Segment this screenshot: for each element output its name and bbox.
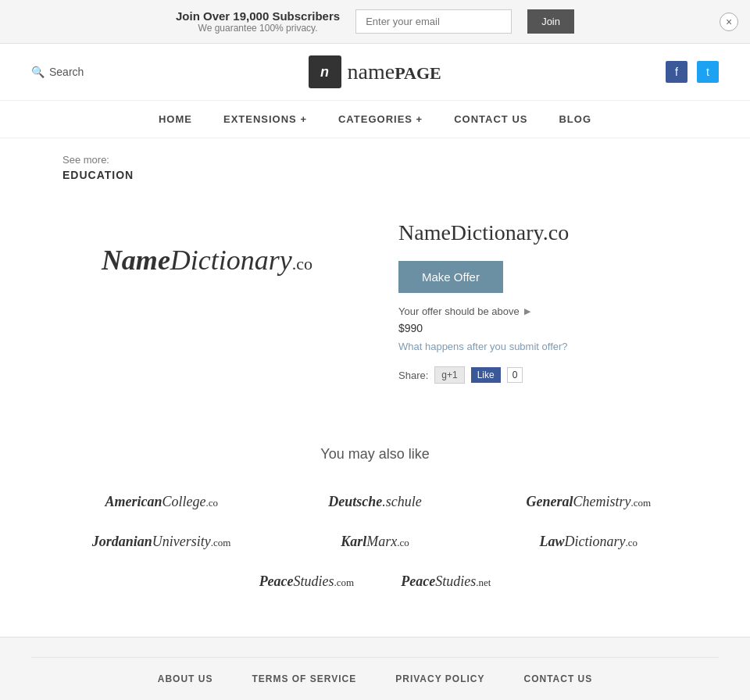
share-label: Share:	[398, 370, 428, 381]
banner-text: Join Over 19,000 Subscribers We guarante…	[176, 9, 340, 34]
similar-item-6[interactable]: PeaceStudies.com	[259, 573, 355, 590]
similar-grid: AmericanCollege.co Deutsche.schule Gener…	[62, 494, 688, 590]
fb-like-label: Like	[477, 370, 495, 380]
search-area[interactable]: 🔍 Search	[31, 66, 84, 78]
logo-page-part: PAGE	[395, 63, 441, 83]
footer-contact[interactable]: CONTACT US	[523, 673, 592, 684]
similar-item-7[interactable]: PeaceStudies.net	[401, 573, 491, 590]
top-banner: Join Over 19,000 Subscribers We guarante…	[0, 0, 750, 44]
footer: ABOUT US TERMS OF SERVICE PRIVACY POLICY…	[0, 637, 750, 700]
similar-light-1: .schule	[382, 494, 421, 509]
similar-light-2: Chemistry	[573, 494, 631, 509]
twitter-icon[interactable]: t	[697, 61, 719, 83]
similar-bold-2: General	[527, 494, 573, 509]
logo-icon-letter: n	[320, 64, 329, 80]
search-label: Search	[49, 66, 84, 78]
similar-item-2[interactable]: GeneralChemistry.com	[490, 494, 688, 510]
google-plus-button[interactable]: g+1	[434, 366, 464, 384]
footer-about[interactable]: ABOUT US	[158, 673, 213, 684]
close-banner-button[interactable]: ×	[720, 12, 738, 31]
similar-item-4[interactable]: KarlMarx.co	[276, 534, 473, 550]
main-content: NameDictionary.co NameDictionary.co Make…	[0, 189, 750, 430]
similar-tld-4: .co	[397, 537, 409, 548]
nav-home[interactable]: HOME	[159, 113, 192, 125]
facebook-icon[interactable]: f	[666, 61, 688, 83]
breadcrumb-category[interactable]: EDUCATION	[62, 169, 688, 181]
offer-arrow-icon: ▶	[524, 306, 530, 316]
nav-contact[interactable]: CONTACT US	[454, 113, 527, 125]
domain-logo-tld: .co	[292, 254, 312, 273]
nav-extensions[interactable]: EXTENSIONS +	[223, 113, 307, 125]
similar-tld-6: .com	[334, 577, 355, 588]
similar-light-6: Studies	[294, 573, 334, 589]
join-button[interactable]: Join	[527, 9, 574, 34]
facebook-like-button[interactable]: Like	[471, 367, 501, 383]
make-offer-button[interactable]: Make Offer	[398, 261, 503, 293]
similar-item-5[interactable]: LawDictionary.co	[490, 534, 688, 550]
banner-main-text: Join Over 19,000 Subscribers	[176, 9, 340, 23]
breadcrumb: See more: EDUCATION	[0, 138, 750, 189]
logo-name-part: name	[348, 59, 395, 84]
similar-tld-3: .com	[211, 537, 231, 548]
share-area: Share: g+1 Like 0	[398, 366, 688, 384]
similar-row-2: PeaceStudies.com PeaceStudies.net	[62, 573, 688, 590]
similar-tld-2: .com	[631, 497, 652, 509]
similar-item-0[interactable]: AmericanCollege.co	[62, 494, 260, 510]
similar-section: You may also like AmericanCollege.co Deu…	[0, 430, 750, 637]
domain-logo-light: Dictionary	[170, 245, 292, 276]
nav-categories[interactable]: CATEGORIES +	[338, 113, 423, 125]
similar-light-3: University	[152, 534, 211, 549]
similar-light-0: College	[162, 494, 205, 509]
similar-light-5: Dictionary	[565, 534, 626, 549]
offer-info: Your offer should be above ▶	[398, 305, 688, 317]
social-icons: f t	[666, 61, 719, 83]
similar-tld-0: .co	[205, 497, 218, 509]
footer-divider	[31, 657, 719, 658]
domain-logo-image: NameDictionary.co	[102, 244, 312, 277]
email-input[interactable]	[355, 9, 512, 34]
similar-tld-5: .co	[626, 537, 638, 548]
offer-info-text: Your offer should be above	[398, 305, 520, 317]
domain-logo-bold: Name	[102, 245, 170, 276]
facebook-count: 0	[507, 367, 523, 383]
footer-links: ABOUT US TERMS OF SERVICE PRIVACY POLICY…	[31, 673, 719, 684]
footer-terms[interactable]: TERMS OF SERVICE	[252, 673, 356, 684]
similar-bold-4: Karl	[341, 534, 366, 549]
what-happens-link[interactable]: What happens after you submit offer?	[398, 341, 688, 352]
banner-sub-text: We guarantee 100% privacy.	[176, 23, 340, 34]
domain-name: NameDictionary.co	[398, 220, 688, 245]
domain-logo-area: NameDictionary.co	[62, 212, 352, 308]
similar-bold-0: American	[105, 494, 162, 509]
similar-bold-5: Law	[540, 534, 565, 549]
footer-privacy[interactable]: PRIVACY POLICY	[395, 673, 484, 684]
similar-item-3[interactable]: JordanianUniversity.com	[62, 534, 260, 550]
see-more-label: See more:	[62, 154, 109, 166]
domain-info: NameDictionary.co Make Offer Your offer …	[398, 212, 688, 384]
logo-text: namePAGE	[348, 59, 441, 84]
similar-light-4: Marx	[366, 534, 397, 549]
search-icon: 🔍	[31, 66, 45, 78]
offer-price: $990	[398, 322, 688, 334]
similar-bold-6: Peace	[259, 573, 294, 589]
similar-bold-1: Deutsche	[328, 494, 382, 509]
header: 🔍 Search n namePAGE f t	[0, 44, 750, 101]
similar-bold-7: Peace	[401, 573, 435, 589]
logo-icon: n	[309, 55, 341, 88]
nav-blog[interactable]: BLOG	[559, 113, 591, 125]
similar-bold-3: Jordanian	[92, 534, 152, 549]
similar-light-7: Studies	[435, 573, 476, 589]
similar-title: You may also like	[62, 446, 688, 462]
similar-item-1[interactable]: Deutsche.schule	[276, 494, 473, 510]
similar-tld-7: .net	[476, 577, 491, 588]
logo[interactable]: n namePAGE	[309, 55, 441, 88]
main-nav: HOME EXTENSIONS + CATEGORIES + CONTACT U…	[0, 101, 750, 138]
